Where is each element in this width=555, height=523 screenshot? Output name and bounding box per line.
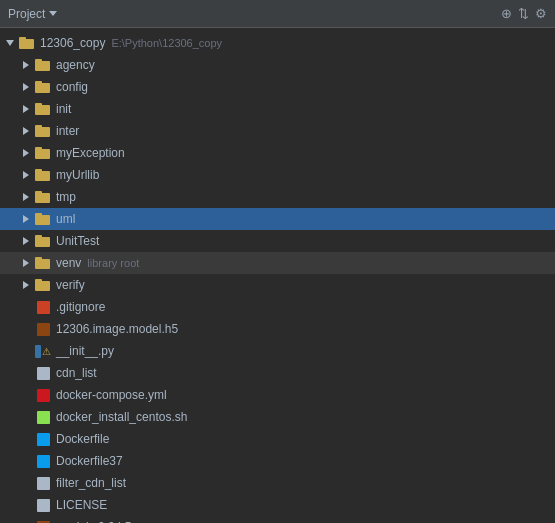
folder-icon-UnitTest — [35, 233, 51, 249]
tree-item-license[interactable]: LICENSE — [0, 494, 555, 516]
item-label-h5model: 12306.image.model.h5 — [56, 322, 178, 336]
folder-icon-myUrllib — [35, 167, 51, 183]
item-label-myUrllib: myUrllib — [56, 168, 99, 182]
tree-item-agency[interactable]: agency — [0, 54, 555, 76]
item-label-init: init — [56, 102, 71, 116]
arrow-verify — [20, 279, 32, 291]
root-arrow — [4, 37, 16, 49]
file-icon-init_py: ⚠ — [35, 343, 51, 359]
panel-header-left: Project — [8, 7, 57, 21]
arrow-filter_cdn — [20, 477, 32, 489]
folder-icon-inter — [35, 123, 51, 139]
svg-rect-7 — [35, 103, 42, 107]
svg-rect-19 — [35, 235, 42, 239]
item-label-gitignore: .gitignore — [56, 300, 105, 314]
item-label-tmp: tmp — [56, 190, 76, 204]
file-icon-filter_cdn — [35, 475, 51, 491]
tree-item-config[interactable]: config — [0, 76, 555, 98]
tune-icon[interactable]: ⇅ — [518, 6, 529, 21]
svg-rect-15 — [35, 191, 42, 195]
file-icon-docker_compose — [35, 387, 51, 403]
arrow-license — [20, 499, 32, 511]
folder-icon-tmp — [35, 189, 51, 205]
arrow-config — [20, 81, 32, 93]
tree-item-venv[interactable]: venv library root — [0, 252, 555, 274]
tree-item-docker_install[interactable]: docker_install_centos.sh — [0, 406, 555, 428]
file-icon-dockerfile — [35, 431, 51, 447]
tree-item-inter[interactable]: inter — [0, 120, 555, 142]
tree-item-tmp[interactable]: tmp — [0, 186, 555, 208]
arrow-uml — [20, 213, 32, 225]
svg-rect-5 — [35, 81, 42, 85]
tree-item-myUrllib[interactable]: myUrllib — [0, 164, 555, 186]
item-label-docker_install: docker_install_centos.sh — [56, 410, 187, 424]
tree-item-uml[interactable]: uml — [0, 208, 555, 230]
arrow-docker_install — [20, 411, 32, 423]
svg-rect-17 — [35, 213, 42, 217]
file-icon-cdn_list — [35, 365, 51, 381]
panel-header-icons: ⊕ ⇅ ⚙ — [501, 6, 547, 21]
item-label-dockerfile37: Dockerfile37 — [56, 454, 123, 468]
item-label-filter_cdn: filter_cdn_list — [56, 476, 126, 490]
panel-header: Project ⊕ ⇅ ⚙ — [0, 0, 555, 28]
folder-icon-agency — [35, 57, 51, 73]
item-label-docker_compose: docker-compose.yml — [56, 388, 167, 402]
tree-item-dockerfile37[interactable]: Dockerfile37 — [0, 450, 555, 472]
item-label-verify: verify — [56, 278, 85, 292]
folder-icon-uml — [35, 211, 51, 227]
panel-dropdown-icon[interactable] — [49, 11, 57, 16]
folder-icon-init — [35, 101, 51, 117]
item-secondary-venv: library root — [87, 257, 139, 269]
svg-rect-3 — [35, 59, 42, 63]
arrow-gitignore — [20, 301, 32, 313]
root-folder-icon — [19, 35, 35, 51]
file-icon-license — [35, 497, 51, 513]
root-path: E:\Python\12306_copy — [111, 37, 222, 49]
tree-item-dockerfile[interactable]: Dockerfile — [0, 428, 555, 450]
item-label-config: config — [56, 80, 88, 94]
svg-rect-23 — [35, 279, 42, 283]
item-label-myException: myException — [56, 146, 125, 160]
tree-item-UnitTest[interactable]: UnitTest — [0, 230, 555, 252]
tree-item-init[interactable]: init — [0, 98, 555, 120]
tree-item-cdn_list[interactable]: cdn_list — [0, 362, 555, 384]
arrow-inter — [20, 125, 32, 137]
globe-icon[interactable]: ⊕ — [501, 6, 512, 21]
tree-item-gitignore[interactable]: .gitignore — [0, 296, 555, 318]
file-icon-gitignore — [35, 299, 51, 315]
tree-item-h5model[interactable]: 12306.image.model.h5 — [0, 318, 555, 340]
tree-item-filter_cdn[interactable]: filter_cdn_list — [0, 472, 555, 494]
file-icon-dockerfile37 — [35, 453, 51, 469]
arrow-venv — [20, 257, 32, 269]
file-icon-docker_install — [35, 409, 51, 425]
tree-item-modelv2[interactable]: model.v2.0.h5 — [0, 516, 555, 523]
item-label-init_py: __init__.py — [56, 344, 114, 358]
folder-icon-verify — [35, 277, 51, 293]
file-tree[interactable]: 12306_copy E:\Python\12306_copy agency — [0, 28, 555, 523]
project-panel: Project ⊕ ⇅ ⚙ 12306_copy E:\Python\1230 — [0, 0, 555, 523]
folder-icon-myException — [35, 145, 51, 161]
warning-icon-init_py: ⚠ — [42, 346, 51, 357]
tree-item-init_py[interactable]: ⚠ __init__.py — [0, 340, 555, 362]
svg-rect-9 — [35, 125, 42, 129]
item-label-inter: inter — [56, 124, 79, 138]
item-label-agency: agency — [56, 58, 95, 72]
folder-icon-config — [35, 79, 51, 95]
file-icon-modelv2 — [35, 519, 51, 523]
arrow-init — [20, 103, 32, 115]
svg-rect-1 — [19, 37, 26, 41]
settings-icon[interactable]: ⚙ — [535, 6, 547, 21]
tree-root[interactable]: 12306_copy E:\Python\12306_copy — [0, 32, 555, 54]
arrow-dockerfile — [20, 433, 32, 445]
tree-item-docker_compose[interactable]: docker-compose.yml — [0, 384, 555, 406]
tree-item-myException[interactable]: myException — [0, 142, 555, 164]
tree-items-container: agency config — [0, 54, 555, 523]
tree-item-verify[interactable]: verify — [0, 274, 555, 296]
item-label-cdn_list: cdn_list — [56, 366, 97, 380]
arrow-agency — [20, 59, 32, 71]
arrow-init_py — [20, 345, 32, 357]
arrow-h5model — [20, 323, 32, 335]
folder-icon-venv — [35, 255, 51, 271]
svg-rect-13 — [35, 169, 42, 173]
item-label-uml: uml — [56, 212, 75, 226]
